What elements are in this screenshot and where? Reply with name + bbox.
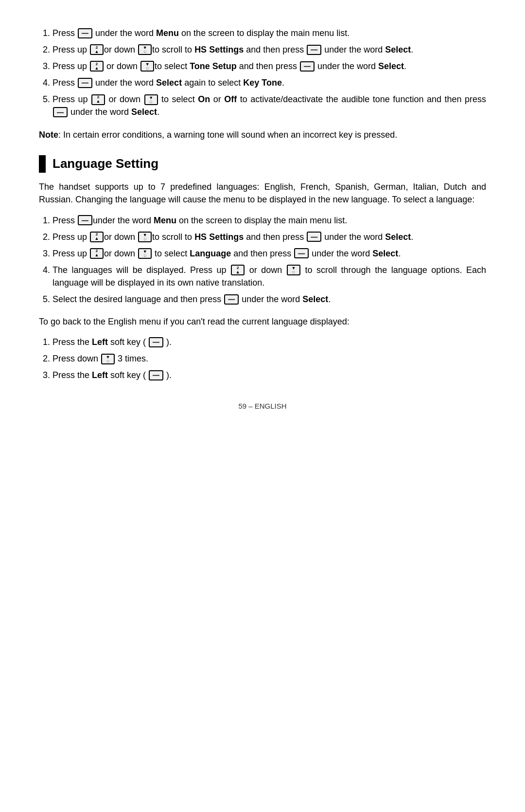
minus-key-icon: — xyxy=(149,370,163,380)
down-key-icon: ▼□ xyxy=(138,232,152,242)
bold-text: Select xyxy=(385,232,411,242)
section-bar xyxy=(39,155,46,173)
up-key-icon: 2▲ xyxy=(231,265,245,275)
note-paragraph: Note: In certain error conditions, a war… xyxy=(39,128,486,141)
list-item: Select the desired language and then pre… xyxy=(52,293,486,306)
language-section-desc: The handset supports up to 7 predefined … xyxy=(39,180,486,206)
minus-key-icon: — xyxy=(78,215,92,225)
minus-key-icon: — xyxy=(300,61,315,72)
list-item: Press up 2▲ or down ▼□to select Tone Set… xyxy=(52,60,486,72)
down-key-icon: ▼□ xyxy=(144,94,158,105)
english-back-list: Press the Left soft key ( — ).Press down… xyxy=(39,336,486,381)
bold-text: Select xyxy=(131,107,157,117)
list-item: The languages will be displayed. Press u… xyxy=(52,264,486,289)
up-key-icon: 2▲ xyxy=(90,248,104,259)
bold-text: Key Tone xyxy=(243,78,282,88)
list-item: Press up 2▲or down ▼□to scroll to HS Set… xyxy=(52,43,486,56)
bold-text: Left xyxy=(92,337,108,347)
list-item: Press — under the word Menu on the scree… xyxy=(52,27,486,39)
page-number: 59 – ENGLISH xyxy=(238,402,286,410)
bold-text: Select xyxy=(302,294,328,304)
bold-text: Select xyxy=(372,249,398,258)
bold-text: Menu xyxy=(156,28,179,38)
key-tone-list: Press — under the word Menu on the scree… xyxy=(39,27,486,119)
bold-text: Off xyxy=(224,94,237,104)
english-back-desc: To go back to the English menu if you ca… xyxy=(39,315,486,328)
up-key-icon: 2▲ xyxy=(90,44,104,55)
list-item: Press up 2▲ or down ▼□ to select On or O… xyxy=(52,93,486,118)
bold-text: Select xyxy=(385,45,411,54)
up-key-icon: 2▲ xyxy=(90,232,104,242)
bold-text: Select xyxy=(378,61,404,71)
minus-key-icon: — xyxy=(78,78,92,88)
up-key-icon: 2▲ xyxy=(90,61,104,72)
down-key-icon: ▼□ xyxy=(138,44,152,55)
bold-text: Tone Setup xyxy=(190,61,237,71)
list-item: Press up 2▲or down ▼□ to select Language… xyxy=(52,247,486,260)
bold-text: On xyxy=(198,94,210,104)
minus-key-icon: — xyxy=(149,337,163,347)
minus-key-icon: — xyxy=(224,294,239,305)
list-item: Press — under the word Select again to s… xyxy=(52,76,486,89)
list-item: Press the Left soft key ( — ). xyxy=(52,336,486,348)
language-setting-list: Press —under the word Menu on the screen… xyxy=(39,214,486,306)
bold-text: Menu xyxy=(154,216,176,225)
down-key-icon: ▼□ xyxy=(287,265,300,275)
minus-key-icon: — xyxy=(78,28,92,38)
minus-key-icon: — xyxy=(307,232,321,242)
list-item: Press the Left soft key ( — ). xyxy=(52,369,486,381)
down-key-icon: ▼□ xyxy=(140,61,154,72)
bold-text: Select xyxy=(156,78,182,88)
minus-key-icon: — xyxy=(294,248,309,258)
list-item: Press up 2▲or down ▼□to scroll to HS Set… xyxy=(52,231,486,243)
list-item: Press down ▼□ 3 times. xyxy=(52,352,486,365)
minus-key-icon: — xyxy=(307,45,321,55)
list-item: Press —under the word Menu on the screen… xyxy=(52,214,486,227)
bold-text: Left xyxy=(92,370,108,380)
minus-key-icon: — xyxy=(53,107,68,117)
content-area: Press — under the word Menu on the scree… xyxy=(39,27,486,412)
note-label: Note xyxy=(39,130,58,140)
bold-text: Language xyxy=(190,249,231,258)
bold-text: HS Settings xyxy=(194,45,244,54)
down-key-icon: ▼□ xyxy=(101,354,115,364)
language-section-header: Language Setting xyxy=(39,155,486,173)
bold-text: HS Settings xyxy=(194,232,244,242)
down-key-icon: ▼□ xyxy=(138,248,152,259)
up-key-icon: 2▲ xyxy=(91,94,105,105)
page-footer: 59 – ENGLISH xyxy=(39,401,486,412)
section-title: Language Setting xyxy=(52,155,158,173)
